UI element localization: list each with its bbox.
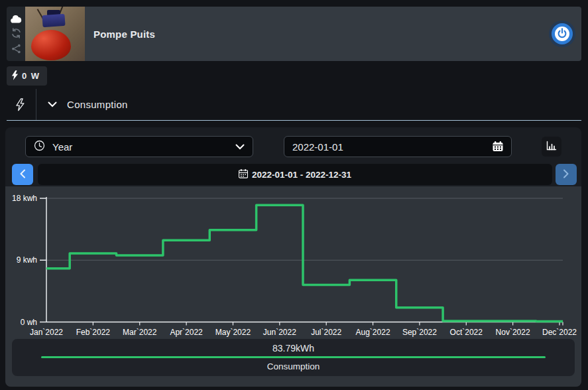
svg-text:Mar`2022: Mar`2022 <box>123 328 157 337</box>
device-page: Pompe Puits 0 W Consumption <box>0 0 588 390</box>
date-input[interactable]: 2022-01-01 <box>284 136 512 157</box>
legend-line <box>41 356 546 358</box>
svg-text:Apr`2022: Apr`2022 <box>170 328 203 337</box>
calendar-icon <box>239 169 248 180</box>
sync-button[interactable] <box>11 28 22 38</box>
date-input-value: 2022-01-01 <box>292 141 343 153</box>
energy-bolt-icon <box>15 98 25 111</box>
chevron-down-icon <box>48 101 57 107</box>
svg-text:Feb`2022: Feb`2022 <box>76 328 111 337</box>
cloud-button[interactable] <box>10 15 22 23</box>
power-toggle-button[interactable] <box>552 23 573 44</box>
share-button[interactable] <box>11 44 21 54</box>
power-icon <box>557 28 567 40</box>
chevron-right-icon <box>563 169 569 180</box>
summary-card: 83.79kWh Consumption <box>12 339 575 376</box>
page-title: Pompe Puits <box>93 29 155 40</box>
calendar-icon[interactable] <box>493 141 503 152</box>
svg-text:0 wh: 0 wh <box>21 318 37 327</box>
bolt-icon <box>11 70 19 82</box>
power-reading-badge: 0 W <box>7 66 47 86</box>
consumption-panel: Year 2022-01-01 <box>5 127 581 387</box>
photo-pump-motor <box>42 14 65 27</box>
divider <box>36 89 36 120</box>
svg-text:Jun`2022: Jun`2022 <box>263 328 296 337</box>
period-select[interactable]: Year <box>25 136 253 157</box>
svg-text:Oct`2022: Oct`2022 <box>450 328 483 337</box>
chevron-left-icon <box>19 169 26 180</box>
chevron-down-icon <box>235 144 245 150</box>
sync-icon <box>11 31 22 40</box>
device-photo <box>25 7 85 61</box>
chart-section: 0 wh9 kwh18 kwhJan`2022Feb`2022Mar`2022A… <box>5 186 581 387</box>
title-card: Pompe Puits <box>85 7 581 61</box>
svg-text:Jan`2022: Jan`2022 <box>30 328 63 337</box>
device-header: Pompe Puits <box>7 7 581 61</box>
consumption-chart[interactable]: 0 wh9 kwh18 kwhJan`2022Feb`2022Mar`2022A… <box>5 186 581 339</box>
photo-pump-tank <box>31 30 71 60</box>
cloud-icon <box>10 15 22 25</box>
svg-text:Aug`2022: Aug`2022 <box>356 328 390 337</box>
svg-text:Sep`2022: Sep`2022 <box>402 328 437 337</box>
share-icon <box>11 46 21 56</box>
chart-type-button[interactable] <box>542 137 561 157</box>
next-period-button[interactable] <box>556 164 577 185</box>
bar-chart-icon <box>546 141 558 153</box>
svg-text:Jul`2022: Jul`2022 <box>311 328 341 337</box>
svg-text:9 kwh: 9 kwh <box>17 255 37 265</box>
svg-text:Nov`2022: Nov`2022 <box>496 328 530 337</box>
svg-text:18 kwh: 18 kwh <box>12 194 37 203</box>
sensor-selector-label: Consumption <box>67 99 128 110</box>
period-select-value: Year <box>52 141 72 153</box>
date-range-label: 2022-01-01 - 2022-12-31 <box>252 170 351 180</box>
svg-text:Dec`2022: Dec`2022 <box>542 328 577 337</box>
svg-text:May`2022: May`2022 <box>215 328 251 337</box>
summary-label: Consumption <box>12 361 575 371</box>
summary-total: 83.79kWh <box>12 343 575 354</box>
date-range-display: 2022-01-01 - 2022-12-31 <box>38 164 552 185</box>
clock-icon <box>34 140 45 153</box>
power-reading-value: 0 W <box>22 71 40 81</box>
prev-period-button[interactable] <box>12 164 33 185</box>
header-action-strip <box>7 7 25 61</box>
sensor-selector-row[interactable]: Consumption <box>7 89 581 121</box>
